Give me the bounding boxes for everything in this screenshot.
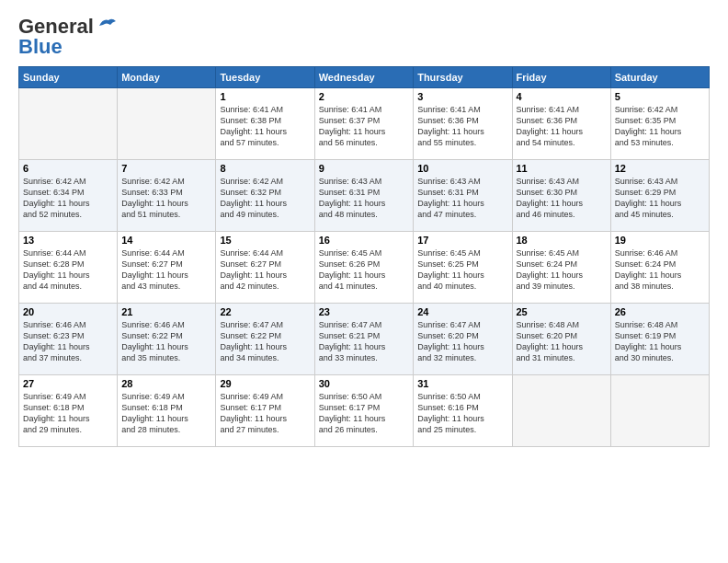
day-number: 3 <box>417 91 507 102</box>
day-number: 19 <box>615 235 705 246</box>
calendar-cell: 9Sunrise: 6:43 AM Sunset: 6:31 PM Daylig… <box>314 160 413 232</box>
logo-bird-icon <box>97 17 118 33</box>
day-info: Sunrise: 6:43 AM Sunset: 6:29 PM Dayligh… <box>615 176 705 221</box>
day-number: 9 <box>319 163 409 174</box>
day-info: Sunrise: 6:47 AM Sunset: 6:22 PM Dayligh… <box>220 319 310 364</box>
day-number: 11 <box>517 163 607 174</box>
calendar-cell: 24Sunrise: 6:47 AM Sunset: 6:20 PM Dayli… <box>414 304 512 375</box>
col-header-tuesday: Tuesday <box>216 67 314 88</box>
calendar-cell: 12Sunrise: 6:43 AM Sunset: 6:29 PM Dayli… <box>610 160 709 232</box>
col-header-monday: Monday <box>118 67 216 88</box>
day-number: 1 <box>220 91 310 102</box>
col-header-thursday: Thursday <box>414 67 512 88</box>
day-number: 4 <box>517 91 607 102</box>
day-info: Sunrise: 6:45 AM Sunset: 6:25 PM Dayligh… <box>417 247 507 293</box>
calendar-cell: 2Sunrise: 6:41 AM Sunset: 6:37 PM Daylig… <box>314 88 413 160</box>
calendar-cell: 5Sunrise: 6:42 AM Sunset: 6:35 PM Daylig… <box>610 88 709 160</box>
day-info: Sunrise: 6:46 AM Sunset: 6:23 PM Dayligh… <box>23 319 113 364</box>
day-info: Sunrise: 6:45 AM Sunset: 6:26 PM Dayligh… <box>319 247 409 293</box>
logo: General Blue <box>18 15 118 59</box>
calendar-cell: 29Sunrise: 6:49 AM Sunset: 6:17 PM Dayli… <box>216 375 314 447</box>
calendar-week-row: 27Sunrise: 6:49 AM Sunset: 6:18 PM Dayli… <box>19 375 710 447</box>
day-info: Sunrise: 6:47 AM Sunset: 6:21 PM Dayligh… <box>319 319 409 364</box>
day-info: Sunrise: 6:45 AM Sunset: 6:24 PM Dayligh… <box>517 247 607 293</box>
calendar-cell: 1Sunrise: 6:41 AM Sunset: 6:38 PM Daylig… <box>216 88 314 160</box>
day-info: Sunrise: 6:49 AM Sunset: 6:18 PM Dayligh… <box>121 391 211 436</box>
calendar-cell: 23Sunrise: 6:47 AM Sunset: 6:21 PM Dayli… <box>314 304 413 375</box>
day-number: 6 <box>23 163 113 174</box>
col-header-saturday: Saturday <box>610 67 709 88</box>
day-info: Sunrise: 6:46 AM Sunset: 6:22 PM Dayligh… <box>121 319 211 364</box>
day-number: 25 <box>517 306 607 317</box>
calendar-week-row: 6Sunrise: 6:42 AM Sunset: 6:34 PM Daylig… <box>19 160 710 232</box>
calendar-cell <box>512 375 610 447</box>
calendar-cell: 27Sunrise: 6:49 AM Sunset: 6:18 PM Dayli… <box>19 375 118 447</box>
page: General Blue SundayMondayTuesdayWednesda… <box>0 0 728 563</box>
day-number: 5 <box>615 91 705 102</box>
calendar-cell: 28Sunrise: 6:49 AM Sunset: 6:18 PM Dayli… <box>118 375 216 447</box>
day-number: 13 <box>23 235 113 246</box>
day-number: 17 <box>417 235 507 246</box>
day-info: Sunrise: 6:41 AM Sunset: 6:36 PM Dayligh… <box>517 104 607 149</box>
calendar-cell: 31Sunrise: 6:50 AM Sunset: 6:16 PM Dayli… <box>414 375 512 447</box>
day-number: 23 <box>319 306 409 317</box>
day-info: Sunrise: 6:41 AM Sunset: 6:36 PM Dayligh… <box>417 104 507 149</box>
day-info: Sunrise: 6:43 AM Sunset: 6:30 PM Dayligh… <box>517 176 607 221</box>
calendar-cell: 10Sunrise: 6:43 AM Sunset: 6:31 PM Dayli… <box>414 160 512 232</box>
day-info: Sunrise: 6:50 AM Sunset: 6:16 PM Dayligh… <box>417 391 507 436</box>
calendar-cell: 6Sunrise: 6:42 AM Sunset: 6:34 PM Daylig… <box>19 160 118 232</box>
day-number: 26 <box>615 306 705 317</box>
calendar-cell: 16Sunrise: 6:45 AM Sunset: 6:26 PM Dayli… <box>314 232 413 304</box>
calendar-cell: 4Sunrise: 6:41 AM Sunset: 6:36 PM Daylig… <box>512 88 610 160</box>
day-number: 24 <box>417 306 507 317</box>
calendar-cell <box>610 375 709 447</box>
col-header-friday: Friday <box>512 67 610 88</box>
day-number: 8 <box>220 163 310 174</box>
day-info: Sunrise: 6:42 AM Sunset: 6:35 PM Dayligh… <box>615 104 705 149</box>
day-info: Sunrise: 6:47 AM Sunset: 6:20 PM Dayligh… <box>417 319 507 364</box>
logo-blue: Blue <box>18 35 63 59</box>
day-number: 15 <box>220 235 310 246</box>
day-info: Sunrise: 6:41 AM Sunset: 6:37 PM Dayligh… <box>319 104 409 149</box>
day-number: 7 <box>121 163 211 174</box>
calendar-cell: 13Sunrise: 6:44 AM Sunset: 6:28 PM Dayli… <box>19 232 118 304</box>
calendar-cell: 15Sunrise: 6:44 AM Sunset: 6:27 PM Dayli… <box>216 232 314 304</box>
day-number: 12 <box>615 163 705 174</box>
day-number: 22 <box>220 306 310 317</box>
calendar-cell: 20Sunrise: 6:46 AM Sunset: 6:23 PM Dayli… <box>19 304 118 375</box>
calendar-cell <box>19 88 118 160</box>
calendar-week-row: 20Sunrise: 6:46 AM Sunset: 6:23 PM Dayli… <box>19 304 710 375</box>
day-info: Sunrise: 6:46 AM Sunset: 6:24 PM Dayligh… <box>615 247 705 293</box>
day-number: 2 <box>319 91 409 102</box>
col-header-wednesday: Wednesday <box>314 67 413 88</box>
calendar-cell: 18Sunrise: 6:45 AM Sunset: 6:24 PM Dayli… <box>512 232 610 304</box>
calendar-cell: 14Sunrise: 6:44 AM Sunset: 6:27 PM Dayli… <box>118 232 216 304</box>
calendar-cell: 11Sunrise: 6:43 AM Sunset: 6:30 PM Dayli… <box>512 160 610 232</box>
calendar-cell: 8Sunrise: 6:42 AM Sunset: 6:32 PM Daylig… <box>216 160 314 232</box>
day-info: Sunrise: 6:42 AM Sunset: 6:32 PM Dayligh… <box>220 176 310 221</box>
calendar-cell: 30Sunrise: 6:50 AM Sunset: 6:17 PM Dayli… <box>314 375 413 447</box>
day-info: Sunrise: 6:43 AM Sunset: 6:31 PM Dayligh… <box>319 176 409 221</box>
calendar-cell: 26Sunrise: 6:48 AM Sunset: 6:19 PM Dayli… <box>610 304 709 375</box>
day-info: Sunrise: 6:50 AM Sunset: 6:17 PM Dayligh… <box>319 391 409 436</box>
calendar-cell: 22Sunrise: 6:47 AM Sunset: 6:22 PM Dayli… <box>216 304 314 375</box>
day-number: 20 <box>23 306 113 317</box>
day-info: Sunrise: 6:41 AM Sunset: 6:38 PM Dayligh… <box>220 104 310 149</box>
day-info: Sunrise: 6:42 AM Sunset: 6:34 PM Dayligh… <box>23 176 113 221</box>
calendar-cell: 7Sunrise: 6:42 AM Sunset: 6:33 PM Daylig… <box>118 160 216 232</box>
day-number: 30 <box>319 378 409 389</box>
calendar-header-row: SundayMondayTuesdayWednesdayThursdayFrid… <box>19 67 710 88</box>
calendar-cell: 19Sunrise: 6:46 AM Sunset: 6:24 PM Dayli… <box>610 232 709 304</box>
day-info: Sunrise: 6:49 AM Sunset: 6:17 PM Dayligh… <box>220 391 310 436</box>
calendar-week-row: 13Sunrise: 6:44 AM Sunset: 6:28 PM Dayli… <box>19 232 710 304</box>
day-number: 16 <box>319 235 409 246</box>
calendar-cell: 21Sunrise: 6:46 AM Sunset: 6:22 PM Dayli… <box>118 304 216 375</box>
day-info: Sunrise: 6:48 AM Sunset: 6:19 PM Dayligh… <box>615 319 705 364</box>
day-info: Sunrise: 6:44 AM Sunset: 6:28 PM Dayligh… <box>23 247 113 293</box>
day-info: Sunrise: 6:48 AM Sunset: 6:20 PM Dayligh… <box>517 319 607 364</box>
calendar-cell: 25Sunrise: 6:48 AM Sunset: 6:20 PM Dayli… <box>512 304 610 375</box>
day-info: Sunrise: 6:44 AM Sunset: 6:27 PM Dayligh… <box>220 247 310 293</box>
day-number: 21 <box>121 306 211 317</box>
day-number: 18 <box>517 235 607 246</box>
day-info: Sunrise: 6:44 AM Sunset: 6:27 PM Dayligh… <box>121 247 211 293</box>
